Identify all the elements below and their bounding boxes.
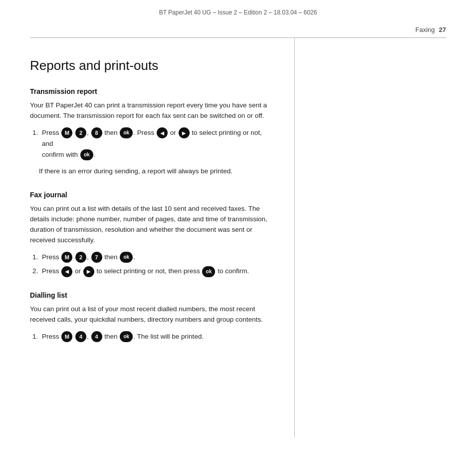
header-title: BT PaperJet 40 UG – Issue 2 – Edition 2 … (159, 9, 317, 16)
btn-m: M (61, 127, 72, 138)
transmission-steps: Press M 2, 8 then ok. Press ◄ or ► to se… (40, 127, 274, 160)
btn-left: ◄ (157, 127, 168, 138)
btn-right: ► (179, 127, 190, 138)
top-section: Faxing 27 (0, 21, 476, 33)
btn-2: 2 (75, 252, 86, 263)
content-area: Reports and print-outs Transmission repo… (0, 38, 294, 438)
transmission-body: Your BT PaperJet 40 can print a transmis… (30, 100, 274, 121)
section-label: Faxing (416, 26, 435, 33)
list-item: Press M 4, 4 then ok. The list will be p… (40, 331, 274, 342)
btn-ok: ok (202, 266, 215, 277)
list-item: Press M 2, 8 then ok. Press ◄ or ► to se… (40, 127, 274, 160)
btn-m: M (61, 252, 72, 263)
section-heading-dialling-list: Dialling list (30, 291, 274, 299)
transmission-note: If there is an error during sending, a r… (39, 166, 274, 177)
dialling-list-steps: Press M 4, 4 then ok. The list will be p… (40, 331, 274, 342)
btn-ok: ok (120, 331, 133, 342)
btn-8: 8 (91, 127, 102, 138)
btn-left: ◄ (61, 266, 72, 277)
page-header: BT PaperJet 40 UG – Issue 2 – Edition 2 … (0, 0, 476, 21)
page-title: Reports and print-outs (30, 58, 274, 73)
fax-journal-steps: Press M 2, 7 then ok. Press ◄ or ► to se… (40, 252, 274, 277)
main-layout: Reports and print-outs Transmission repo… (0, 38, 476, 438)
btn-4b: 4 (91, 331, 102, 342)
right-area (295, 38, 465, 438)
btn-ok: ok (120, 252, 133, 263)
btn-right: ► (83, 266, 94, 277)
btn-ok-confirm: ok (80, 149, 93, 160)
section-heading-fax-journal: Fax journal (30, 191, 274, 199)
btn-ok: ok (120, 127, 133, 138)
btn-7: 7 (91, 252, 102, 263)
dialling-list-body: You can print out a list of your most re… (30, 304, 274, 325)
fax-journal-body: You can print out a list with details of… (30, 204, 274, 246)
page-number: 27 (439, 26, 446, 33)
btn-2: 2 (75, 127, 86, 138)
btn-4a: 4 (75, 331, 86, 342)
section-heading-transmission: Transmission report (30, 87, 274, 95)
list-item: Press ◄ or ► to select printing or not, … (40, 266, 274, 277)
btn-m: M (61, 331, 72, 342)
list-item: Press M 2, 7 then ok. (40, 252, 274, 263)
